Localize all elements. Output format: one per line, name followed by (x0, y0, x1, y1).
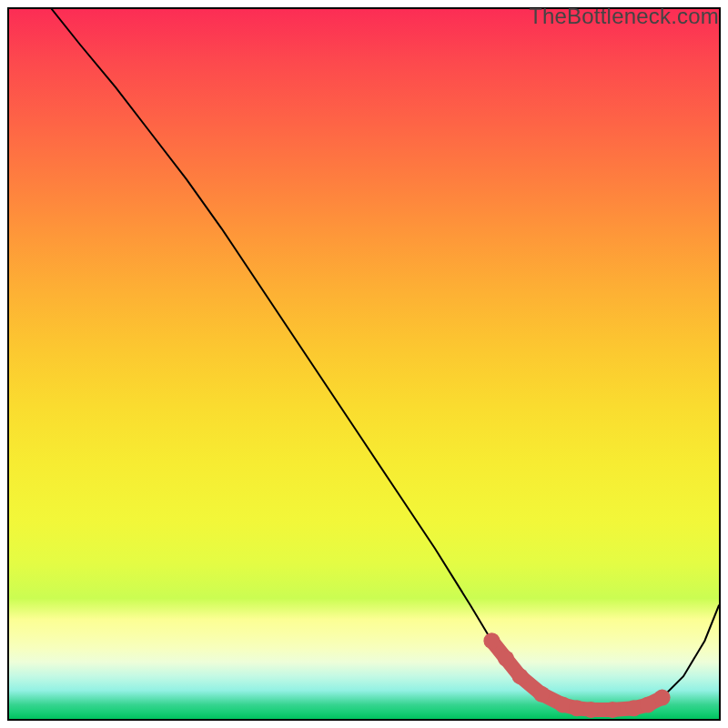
plot-area (7, 7, 721, 721)
curve-layer (9, 9, 719, 719)
optimal-zone-dot (654, 690, 671, 706)
optimal-zone-markers (483, 632, 670, 718)
optimal-zone-dot (554, 696, 571, 713)
optimal-zone-dot (512, 668, 529, 684)
optimal-zone-dot (640, 696, 656, 713)
bottleneck-curve (52, 9, 719, 710)
optimal-zone-dot (483, 632, 500, 649)
optimal-zone-dot (625, 700, 642, 716)
optimal-zone-dot (583, 702, 600, 718)
chart-canvas: TheBottleneck.com (0, 0, 728, 728)
optimal-zone-dot (604, 702, 621, 718)
optimal-zone-dot (569, 700, 585, 716)
optimal-zone-dot (498, 651, 514, 667)
optimal-zone-dot (533, 686, 550, 703)
watermark-text: TheBottleneck.com (529, 4, 719, 29)
